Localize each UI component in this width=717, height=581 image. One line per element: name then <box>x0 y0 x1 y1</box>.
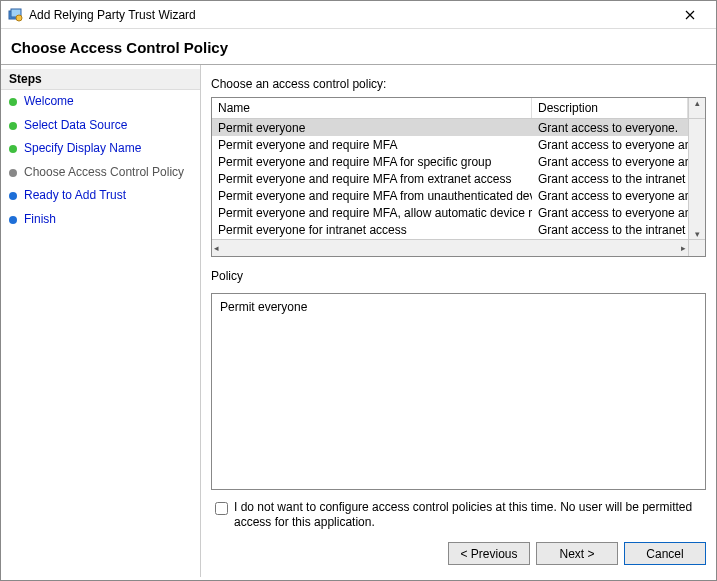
horizontal-scrollbar[interactable]: ◂▸ <box>212 239 688 256</box>
page-title: Choose Access Control Policy <box>1 29 716 64</box>
button-row: < Previous Next > Cancel <box>211 542 706 569</box>
content: Steps WelcomeSelect Data SourceSpecify D… <box>1 64 716 577</box>
wizard-icon <box>7 7 23 23</box>
step-bullet-icon <box>9 122 17 130</box>
column-header-name[interactable]: Name <box>212 98 532 118</box>
column-header-description[interactable]: Description <box>532 98 688 118</box>
table-row[interactable]: Permit everyone and require MFA from ext… <box>212 170 688 187</box>
policy-table[interactable]: Name Description ▴ Permit everyoneGrant … <box>211 97 706 257</box>
opt-out-label[interactable]: I do not want to configure access contro… <box>234 500 704 530</box>
step-bullet-icon <box>9 145 17 153</box>
step-item[interactable]: Choose Access Control Policy <box>1 161 200 185</box>
table-row[interactable]: Permit everyone and require MFA from una… <box>212 187 688 204</box>
previous-button[interactable]: < Previous <box>448 542 530 565</box>
step-bullet-icon <box>9 216 17 224</box>
table-row[interactable]: Permit everyone and require MFA for spec… <box>212 153 688 170</box>
table-row[interactable]: Permit everyone and require MFA, allow a… <box>212 204 688 221</box>
step-label: Choose Access Control Policy <box>24 165 184 181</box>
steps-pane: Steps WelcomeSelect Data SourceSpecify D… <box>1 65 201 577</box>
step-item[interactable]: Specify Display Name <box>1 137 200 161</box>
step-label: Finish <box>24 212 56 228</box>
step-label: Select Data Source <box>24 118 127 134</box>
next-button[interactable]: Next > <box>536 542 618 565</box>
opt-out-row: I do not want to configure access contro… <box>211 500 706 530</box>
vertical-scrollbar[interactable]: ▾ <box>688 119 705 239</box>
cancel-button[interactable]: Cancel <box>624 542 706 565</box>
table-row[interactable]: Permit everyone for intranet accessGrant… <box>212 221 688 238</box>
scroll-down-icon[interactable]: ▾ <box>695 229 700 239</box>
titlebar: Add Relying Party Trust Wizard <box>1 1 716 29</box>
table-row[interactable]: Permit everyone and require MFAGrant acc… <box>212 136 688 153</box>
step-label: Ready to Add Trust <box>24 188 126 204</box>
step-item[interactable]: Finish <box>1 208 200 232</box>
policy-detail-label: Policy <box>211 269 706 283</box>
steps-header: Steps <box>1 69 200 90</box>
step-item[interactable]: Select Data Source <box>1 114 200 138</box>
table-header: Name Description ▴ <box>212 98 705 119</box>
step-item[interactable]: Welcome <box>1 90 200 114</box>
window-title: Add Relying Party Trust Wizard <box>29 8 670 22</box>
scroll-right-icon[interactable]: ▸ <box>681 243 686 253</box>
policy-detail-box: Permit everyone <box>211 293 706 490</box>
step-item[interactable]: Ready to Add Trust <box>1 184 200 208</box>
table-row[interactable]: Permit everyoneGrant access to everyone. <box>212 119 688 136</box>
scroll-up-icon[interactable]: ▴ <box>688 98 705 118</box>
step-label: Specify Display Name <box>24 141 141 157</box>
close-button[interactable] <box>670 1 710 29</box>
step-bullet-icon <box>9 192 17 200</box>
step-label: Welcome <box>24 94 74 110</box>
opt-out-checkbox[interactable] <box>215 502 228 515</box>
policy-detail-text: Permit everyone <box>220 300 307 314</box>
svg-point-2 <box>16 15 22 21</box>
table-body: Permit everyoneGrant access to everyone.… <box>212 119 705 256</box>
scroll-left-icon[interactable]: ◂ <box>214 243 219 253</box>
policy-table-label: Choose an access control policy: <box>211 77 706 91</box>
scroll-corner <box>688 239 705 256</box>
step-bullet-icon <box>9 169 17 177</box>
main-pane: Choose an access control policy: Name De… <box>201 65 716 577</box>
step-bullet-icon <box>9 98 17 106</box>
